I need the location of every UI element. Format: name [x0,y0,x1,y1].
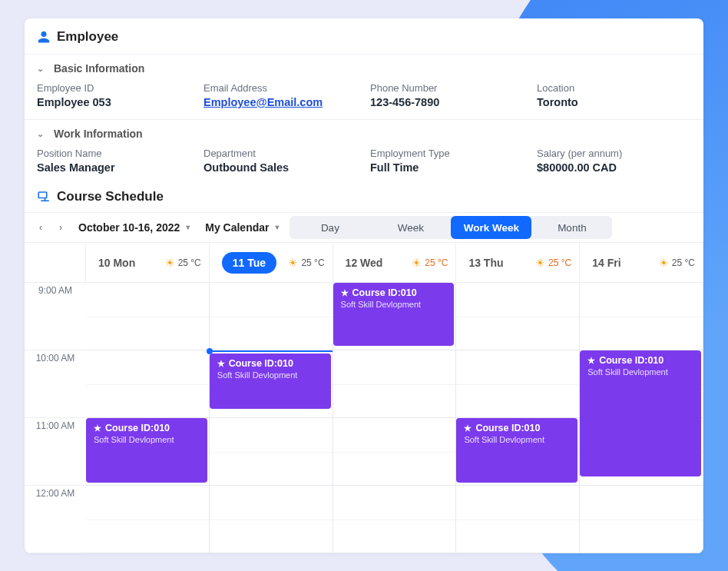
calendar-grid: 10 Mon☀25 °C11 Tue☀25 °C12 Wed☀25 °C13 T… [25,243,703,553]
employee-title: Employee [57,29,118,45]
calendar-toolbar: ‹ › October 10-16, 2022 ▼ My Calendar ▼ … [25,212,703,243]
salary-label: Salary (per annum) [537,148,691,159]
email-link[interactable]: Employee@Email.com [204,96,323,108]
time-label: 10:00 AM [25,350,86,418]
star-icon: ★ [587,356,595,366]
calendar-cell[interactable]: ★Course ID:010Soft Skill Devlopment [333,283,457,350]
sun-icon: ☀ [288,257,298,269]
day-header[interactable]: 14 Fri☀25 °C [580,243,703,283]
calendar-cell[interactable] [580,283,703,350]
salary-value: $80000.00 CAD [537,161,691,174]
calendar-cell[interactable] [86,350,210,418]
position-label: Position Name [37,148,191,159]
calendar-cell[interactable] [333,418,457,486]
calendar-event[interactable]: ★Course ID:010Soft Skill Devlopment [333,283,455,346]
view-week-button[interactable]: Week [370,216,451,239]
time-label: 12:00 AM [25,486,86,553]
calendar-cell[interactable] [456,350,580,418]
chevron-down-icon: ⌄ [37,64,46,74]
calendar-cell[interactable]: ★Course ID:010Soft Skill Devlopment [580,350,703,418]
calendar-cell[interactable] [333,350,457,418]
calendar-event[interactable]: ★Course ID:010Soft Skill Devlopment [456,418,577,483]
calendar-cell[interactable] [86,486,210,553]
next-button[interactable]: › [51,217,71,237]
calendar-cell[interactable] [210,283,333,350]
event-subtitle: Soft Skill Devlopment [587,367,693,377]
star-icon: ★ [464,423,472,433]
current-time-indicator [210,350,333,352]
calendar-event[interactable]: ★Course ID:010Soft Skill Devlopment [210,354,331,409]
event-subtitle: Soft Skill Devlopment [94,435,200,444]
phone-label: Phone Number [370,82,524,94]
date-range-picker[interactable]: October 10-16, 2022 ▼ [77,221,196,234]
calendar-cell[interactable] [456,486,580,553]
calendar-cell[interactable]: ★Course ID:010Soft Skill Devlopment [86,418,210,486]
event-subtitle: Soft Skill Devlopment [464,435,570,444]
view-month-button[interactable]: Month [531,216,612,239]
day-label: 11 Tue [222,252,276,274]
star-icon: ★ [217,359,225,369]
view-workweek-button[interactable]: Work Week [451,216,531,239]
sun-icon: ☀ [165,257,175,269]
employee-header: Employee [25,18,703,54]
star-icon: ★ [94,423,101,433]
chevron-down-icon: ▼ [273,224,280,231]
date-range-label: October 10-16, 2022 [78,221,180,234]
employee-card: Employee ⌄ Basic Information Employee ID… [25,18,703,553]
star-icon: ★ [341,288,349,298]
sun-icon: ☀ [659,257,669,269]
event-title: Course ID:010 [599,355,663,366]
employee-id-value: Employee 053 [37,96,191,108]
chevron-down-icon: ⌄ [37,129,46,139]
event-subtitle: Soft Skill Devlopment [217,370,323,380]
event-subtitle: Soft Skill Devlopment [341,300,447,309]
department-value: Outbound Sales [204,161,358,174]
day-header[interactable]: 11 Tue☀25 °C [210,243,333,283]
calendar-cell[interactable] [580,486,703,553]
day-label: 12 Wed [346,257,383,269]
calendar-cell[interactable] [210,486,333,553]
work-info-section: ⌄ Work Information Position Name Sales M… [25,119,703,184]
day-label: 10 Mon [98,257,135,269]
calendar-cell[interactable] [333,486,457,553]
location-label: Location [537,82,691,94]
calendar-selector[interactable]: My Calendar ▼ [196,221,290,234]
day-temperature: ☀25 °C [412,257,448,269]
day-temperature: ☀25 °C [535,257,571,269]
calendar-event[interactable]: ★Course ID:010Soft Skill Devlopment [86,418,207,483]
event-title: Course ID:010 [352,287,417,298]
department-label: Department [204,148,358,159]
day-temperature: ☀25 °C [288,257,324,269]
person-icon [37,30,51,44]
employment-label: Employment Type [370,148,524,159]
location-value: Toronto [537,96,691,108]
sun-icon: ☀ [412,257,422,269]
basic-info-toggle[interactable]: ⌄ Basic Information [37,62,691,75]
presentation-icon [37,190,51,204]
calendar-event[interactable]: ★Course ID:010Soft Skill Devlopment [580,350,701,476]
day-temperature: ☀25 °C [165,257,201,269]
basic-info-heading: Basic Information [54,62,144,75]
calendar-cell[interactable] [456,283,580,350]
calendar-cell[interactable] [86,283,210,350]
view-day-button[interactable]: Day [290,216,370,239]
event-title: Course ID:010 [475,423,540,433]
time-column-header [25,243,86,283]
sun-icon: ☀ [535,257,545,269]
position-value: Sales Manager [37,161,191,174]
day-label: 14 Fri [592,257,620,269]
prev-button[interactable]: ‹ [31,217,51,237]
calendar-cell[interactable]: ★Course ID:010Soft Skill Devlopment [210,350,333,418]
calendar-cell[interactable] [210,418,333,486]
day-header[interactable]: 12 Wed☀25 °C [333,243,457,283]
day-header[interactable]: 13 Thu☀25 °C [456,243,580,283]
day-temperature: ☀25 °C [659,257,695,269]
calendar-selector-label: My Calendar [205,221,269,234]
course-schedule-header: Course Schedule [25,184,703,212]
event-title: Course ID:010 [105,423,170,433]
calendar-cell[interactable]: ★Course ID:010Soft Skill Devlopment [456,418,580,486]
work-info-toggle[interactable]: ⌄ Work Information [37,128,691,140]
day-header[interactable]: 10 Mon☀25 °C [86,243,210,283]
day-label: 13 Thu [468,257,503,269]
time-label: 9:00 AM [25,283,86,350]
